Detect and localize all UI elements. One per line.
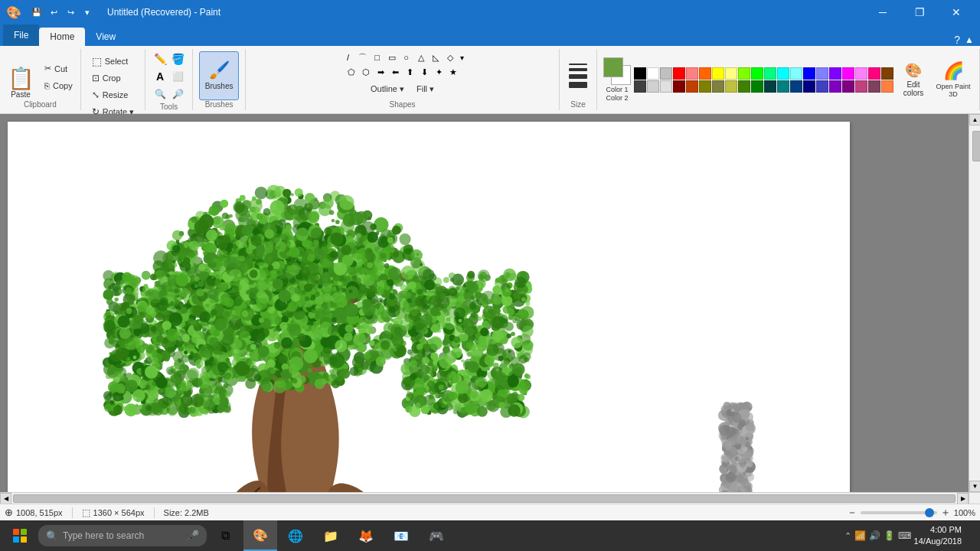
start-button[interactable] <box>3 520 37 551</box>
app5-taskbar-item[interactable]: 🦊 <box>349 520 383 551</box>
shape-right-arrow[interactable]: ➡ <box>374 65 387 79</box>
shape-curve[interactable]: ⌒ <box>356 51 370 64</box>
paste-button[interactable]: 📋 Paste <box>3 51 38 100</box>
tab-file[interactable]: File <box>3 24 39 46</box>
color-darkteal[interactable] <box>764 80 776 93</box>
shape-star[interactable]: ★ <box>446 65 460 79</box>
color-darkorange[interactable] <box>686 80 698 93</box>
zoom-thumb[interactable] <box>925 508 934 517</box>
undo-button[interactable]: ↩ <box>46 5 61 20</box>
select-button[interactable]: ⬚ Select <box>87 54 139 69</box>
color-teal[interactable] <box>777 80 789 93</box>
color-violet[interactable] <box>829 67 841 80</box>
color-blue[interactable] <box>803 67 815 80</box>
color-ltmagenta[interactable] <box>855 67 867 80</box>
battery-icon[interactable]: 🔋 <box>884 530 895 541</box>
color-mint[interactable] <box>764 67 776 80</box>
keyboard-icon[interactable]: ⌨ <box>898 530 911 541</box>
color-silver[interactable] <box>660 67 672 80</box>
redo-button[interactable]: ↪ <box>63 5 78 20</box>
scroll-thumb-horizontal[interactable] <box>13 494 956 503</box>
color-darkred[interactable] <box>673 80 685 93</box>
color-medgreen[interactable] <box>738 80 750 93</box>
shape-4-arrow[interactable]: ✦ <box>432 65 446 79</box>
taskbar-search[interactable]: 🔍 🎤 <box>38 525 207 546</box>
close-button[interactable]: ✕ <box>939 0 974 24</box>
paint-taskbar-item[interactable]: 🎨 <box>243 520 277 551</box>
color-brown[interactable] <box>881 67 893 80</box>
size-2[interactable] <box>569 68 587 71</box>
fill-tool[interactable]: 🪣 <box>169 51 186 67</box>
color-magenta[interactable] <box>842 67 854 80</box>
shape-triangle[interactable]: △ <box>414 51 428 64</box>
app6-taskbar-item[interactable]: 📧 <box>384 520 418 551</box>
brushes-button[interactable]: 🖌️ Brushes <box>199 51 239 100</box>
color-ltolive[interactable] <box>725 80 737 93</box>
fill-button[interactable]: Fill ▾ <box>412 81 439 96</box>
zoom-slider[interactable] <box>861 511 937 514</box>
color-darkgray[interactable] <box>634 80 646 93</box>
shape-left-arrow[interactable]: ⬅ <box>388 65 402 79</box>
save-button[interactable]: 💾 <box>29 5 44 20</box>
vertical-scrollbar[interactable]: ▲ ▼ <box>969 114 980 492</box>
ribbon-minimize-icon[interactable]: ▲ <box>965 34 974 45</box>
color-medblue[interactable] <box>816 80 828 93</box>
volume-icon[interactable]: 🔊 <box>869 530 880 541</box>
color1-box[interactable] <box>603 57 623 77</box>
color-lightgray[interactable] <box>647 80 659 93</box>
color-darkgreen[interactable] <box>751 80 763 93</box>
text-tool[interactable]: A <box>152 68 168 85</box>
color-white[interactable] <box>647 67 659 80</box>
color-purple[interactable] <box>829 80 841 93</box>
magnifier-tool[interactable]: 🔎 <box>169 86 186 103</box>
show-desktop-button[interactable] <box>965 520 971 551</box>
color-yellow[interactable] <box>712 67 724 80</box>
size-3[interactable] <box>569 74 587 79</box>
color-darkolive[interactable] <box>712 80 724 93</box>
color-cyan[interactable] <box>777 67 789 80</box>
shape-rounded-rect[interactable]: ▭ <box>385 51 399 64</box>
system-clock[interactable]: 4:00 PM 14/Aug/2018 <box>914 524 962 548</box>
canvas-container[interactable]: ▲ ▼ ◀ ▶ <box>0 114 980 504</box>
zoom-in-button[interactable]: ＋ <box>940 506 951 520</box>
shape-right-triangle[interactable]: ◺ <box>429 51 443 64</box>
shapes-more[interactable]: ▾ <box>460 54 464 62</box>
color-steelblue[interactable] <box>790 80 802 93</box>
shape-line[interactable]: / <box>341 51 355 64</box>
cut-button[interactable]: ✂ Cut <box>40 61 77 77</box>
app7-taskbar-item[interactable]: 🎮 <box>420 520 453 551</box>
minimize-button[interactable]: ─ <box>865 0 900 24</box>
tab-home[interactable]: Home <box>39 28 85 46</box>
color-ltyellow[interactable] <box>725 67 737 80</box>
resize-button[interactable]: ⤡ Resize <box>87 87 139 103</box>
task-view-button[interactable]: ⧉ <box>208 520 242 551</box>
color-ltcyan[interactable] <box>790 67 802 80</box>
color-ltgreen[interactable] <box>738 67 750 80</box>
color-navy[interactable] <box>803 80 815 93</box>
horizontal-scrollbar[interactable]: ◀ ▶ <box>0 492 969 504</box>
open-paint3d-button[interactable]: 🌈 Open Paint 3D <box>933 55 973 104</box>
shape-hexagon[interactable]: ⬡ <box>359 65 373 79</box>
color-lightorange[interactable] <box>881 80 893 93</box>
color-red[interactable] <box>673 67 685 80</box>
search-input[interactable] <box>63 530 181 541</box>
color-wine[interactable] <box>868 80 880 93</box>
network-icon[interactable]: 📶 <box>854 530 866 541</box>
copy-button[interactable]: ⎘ Copy <box>40 78 77 93</box>
eraser-tool[interactable]: ⬜ <box>169 68 186 85</box>
pencil-tool[interactable]: ✏️ <box>152 51 168 67</box>
outline-button[interactable]: Outline ▾ <box>366 81 409 96</box>
shape-down-arrow[interactable]: ⬇ <box>417 65 431 79</box>
shape-pentagon[interactable]: ⬠ <box>345 65 358 79</box>
color-salmon[interactable] <box>686 67 698 80</box>
size-4[interactable] <box>569 82 587 88</box>
color-picker-tool[interactable]: 🔍 <box>152 86 168 103</box>
shape-ellipse[interactable]: ○ <box>400 51 413 64</box>
microphone-icon[interactable]: 🎤 <box>186 530 199 542</box>
tab-view[interactable]: View <box>85 28 126 46</box>
color-ltblue[interactable] <box>816 67 828 80</box>
quick-access-dropdown[interactable]: ▾ <box>80 5 95 20</box>
chevron-up-icon[interactable]: ⌃ <box>844 531 851 541</box>
zoom-out-button[interactable]: － <box>847 506 858 520</box>
restore-button[interactable]: ❐ <box>902 0 937 24</box>
